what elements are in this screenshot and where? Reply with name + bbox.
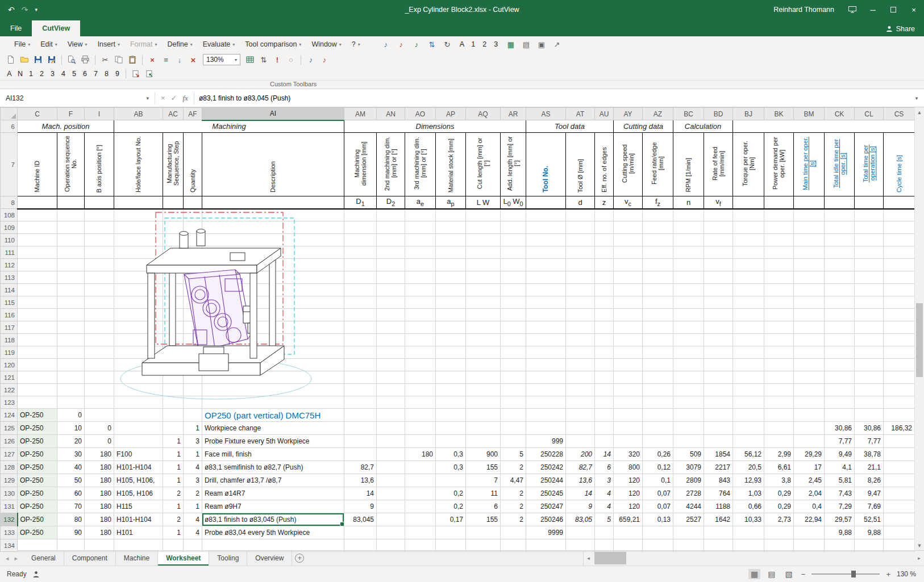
cell-AB124[interactable] (114, 409, 163, 422)
cell-AO108[interactable] (405, 209, 436, 221)
cell-AY127[interactable]: 320 (614, 448, 643, 461)
cell-AU134[interactable] (595, 539, 614, 552)
cell-BJ111[interactable] (733, 246, 764, 259)
cell-AS122[interactable] (526, 384, 566, 396)
cell-I108[interactable] (85, 209, 114, 221)
cell-AO117[interactable] (405, 321, 436, 334)
row-header-128[interactable]: 128 (1, 461, 18, 474)
delete-row-icon[interactable]: × (146, 53, 159, 66)
display-settings-icon[interactable] (842, 0, 863, 19)
cell-AF124[interactable] (184, 409, 202, 422)
row-header-133[interactable]: 133 (1, 526, 18, 539)
cell-AI125[interactable]: Workpiece change (202, 422, 344, 435)
row-header-120[interactable]: 120 (1, 359, 18, 371)
cell-AP116[interactable] (436, 309, 466, 321)
cell-BC133[interactable] (673, 526, 704, 539)
row-header-127[interactable]: 127 (1, 448, 18, 461)
cell-BD132[interactable]: 1642 (704, 513, 733, 526)
cell-BC131[interactable]: 4244 (673, 500, 704, 513)
column-header-AB[interactable]: AB (114, 108, 163, 120)
cell-BJ123[interactable] (733, 396, 764, 409)
cell-CL129[interactable]: 8,26 (855, 474, 884, 487)
cell-BC124[interactable] (673, 409, 704, 422)
cell-BK108[interactable] (764, 209, 794, 221)
cell-AM134[interactable] (344, 539, 377, 552)
cell-AO122[interactable] (405, 384, 436, 396)
cell-BK116[interactable] (764, 309, 794, 321)
cell-AP129[interactable] (436, 474, 466, 487)
cell-F109[interactable] (57, 221, 85, 234)
cell-BK113[interactable] (764, 271, 794, 284)
undo-icon[interactable]: ↶ (8, 5, 15, 14)
cell-I117[interactable] (85, 321, 114, 334)
cell-AB125[interactable] (114, 422, 163, 435)
table-view-icon[interactable]: ▦ (505, 39, 517, 50)
tool-block-blue-icon[interactable]: ♪ (305, 53, 317, 66)
cell-AQ109[interactable] (466, 221, 501, 234)
toolbar-button-5[interactable]: 5 (69, 69, 79, 79)
cell-CS109[interactable] (884, 221, 915, 234)
cell-I111[interactable] (85, 246, 114, 259)
horizontal-scrollbar[interactable]: ◂ ▸ (583, 551, 924, 566)
cell-AM109[interactable] (344, 221, 377, 234)
row-header-110[interactable]: 110 (1, 234, 18, 246)
cell-AC132[interactable]: 2 (163, 513, 184, 526)
window-split-icon[interactable]: ▣ (536, 39, 547, 50)
cell-AY114[interactable] (614, 284, 643, 296)
cell-CL123[interactable] (855, 396, 884, 409)
cell-I126[interactable]: 0 (85, 435, 114, 448)
cell-C117[interactable] (18, 321, 57, 334)
cell-BK134[interactable] (764, 539, 794, 552)
cell-AR122[interactable] (501, 384, 526, 396)
cell-BD127[interactable]: 1854 (704, 448, 733, 461)
cell-BM134[interactable] (794, 539, 825, 552)
cell-AQ123[interactable] (466, 396, 501, 409)
cell-F116[interactable] (57, 309, 85, 321)
cell-AQ130[interactable]: 11 (466, 487, 501, 500)
menu-file[interactable]: File▾ (9, 36, 35, 52)
cell-AZ110[interactable] (643, 234, 673, 246)
cell-CL134[interactable] (855, 539, 884, 552)
cell-BM130[interactable]: 2,04 (794, 487, 825, 500)
cell-BM112[interactable] (794, 259, 825, 271)
cell-C134[interactable] (18, 539, 57, 552)
cell-F119[interactable] (57, 346, 85, 359)
cell-CS125[interactable]: 186,32 (884, 422, 915, 435)
cell-AY123[interactable] (614, 396, 643, 409)
cell-AM125[interactable] (344, 422, 377, 435)
name-box[interactable]: AI132 ▾ (0, 89, 155, 107)
cell-AQ116[interactable] (466, 309, 501, 321)
next-sheet-icon[interactable]: ▸ (15, 555, 18, 562)
confirm-entry-icon[interactable]: ✓ (171, 94, 177, 102)
status-circle-icon[interactable]: ○ (285, 53, 297, 66)
cell-AY111[interactable] (614, 246, 643, 259)
cell-C108[interactable] (18, 209, 57, 221)
cell-AO120[interactable] (405, 359, 436, 371)
cell-BJ128[interactable]: 20,5 (733, 461, 764, 474)
cell-AY115[interactable] (614, 296, 643, 309)
cell-AP133[interactable] (436, 526, 466, 539)
cell-BJ113[interactable] (733, 271, 764, 284)
cell-BM117[interactable] (794, 321, 825, 334)
cell-AZ115[interactable] (643, 296, 673, 309)
cell-AS114[interactable] (526, 284, 566, 296)
column-header-AS[interactable]: AS (526, 108, 566, 120)
menu-define[interactable]: Define▾ (163, 36, 198, 52)
cell-AQ108[interactable] (466, 209, 501, 221)
cell-AY116[interactable] (614, 309, 643, 321)
cell-AO134[interactable] (405, 539, 436, 552)
cell-AZ128[interactable]: 0,12 (643, 461, 673, 474)
cell-AN114[interactable] (377, 284, 405, 296)
cell-C129[interactable]: OP-250 (18, 474, 57, 487)
cell-BD123[interactable] (704, 396, 733, 409)
cell-AR111[interactable] (501, 246, 526, 259)
cell-BD110[interactable] (704, 234, 733, 246)
cell-AO118[interactable] (405, 334, 436, 346)
cell-AO119[interactable] (405, 346, 436, 359)
cell-AM116[interactable] (344, 309, 377, 321)
cell-AU131[interactable]: 4 (595, 500, 614, 513)
row-header-108[interactable]: 108 (1, 209, 18, 221)
cell-BC126[interactable] (673, 435, 704, 448)
cell-AM111[interactable] (344, 246, 377, 259)
cell-AF125[interactable]: 1 (184, 422, 202, 435)
